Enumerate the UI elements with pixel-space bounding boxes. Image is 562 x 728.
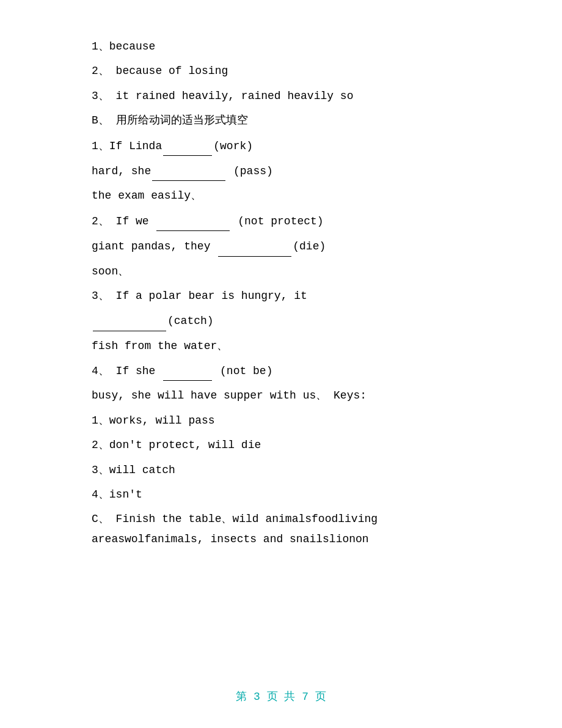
section-b-item-4-cont: busy, she will have supper with us、 Keys… bbox=[92, 386, 470, 405]
key4-text: isn't bbox=[109, 488, 142, 501]
blank-b2-1 bbox=[156, 211, 230, 231]
section-b-item-3: 3、 If a polar bear is hungry, it bbox=[92, 286, 470, 306]
b3-number: 3、 bbox=[92, 290, 109, 302]
section-c-title: C、 Finish the table、wild animalsfoodlivi… bbox=[92, 513, 378, 545]
item-text: because bbox=[109, 40, 156, 53]
section-b-title: B、 用所给动词的适当形式填空 bbox=[92, 111, 470, 130]
item-number: 1、 bbox=[92, 40, 109, 53]
section-b-item-2-cont2: soon、 bbox=[92, 262, 470, 281]
section-a-item-2: 2、 because of losing bbox=[92, 61, 470, 81]
section-a-item-1: 1、because bbox=[92, 37, 470, 56]
key-3: 3、will catch bbox=[92, 460, 470, 480]
item-text: it rained heavily, rained heavily so bbox=[109, 90, 354, 102]
item-number: 3、 bbox=[92, 90, 109, 102]
item-text: because of losing bbox=[109, 65, 228, 77]
b1-number: 1、 bbox=[92, 140, 109, 152]
section-b-item-1-cont2: the exam easily、 bbox=[92, 186, 470, 205]
section-b-item-2: 2、 If we (not protect) bbox=[92, 211, 470, 231]
key4-number: 4、 bbox=[92, 488, 109, 501]
b2-number: 2、 bbox=[92, 215, 109, 227]
key2-text: don't protect, will die bbox=[109, 439, 261, 451]
section-b-item-2-cont: giant pandas, they (die) bbox=[92, 236, 470, 256]
section-b-item-3-cont2: fish from the water、 bbox=[92, 336, 470, 356]
section-b-item-1: 1、If Linda (work) bbox=[92, 136, 470, 156]
blank-b4-1 bbox=[163, 361, 212, 381]
key2-number: 2、 bbox=[92, 439, 109, 451]
section-b-item-1-cont: hard, she (pass) bbox=[92, 161, 470, 181]
key-2: 2、don't protect, will die bbox=[92, 435, 470, 455]
blank-b1-2 bbox=[152, 161, 225, 181]
section-b-item-4: 4、 If she (not be) bbox=[92, 361, 470, 381]
page-footer: 第 3 页 共 7 页 bbox=[0, 689, 562, 704]
key-4: 4、isn't bbox=[92, 485, 470, 504]
blank-b2-2 bbox=[218, 236, 291, 256]
section-b-item-3-cont: (catch) bbox=[92, 311, 470, 331]
item-number: 2、 bbox=[92, 65, 109, 77]
page-content: 1、because 2、 because of losing 3、 it rai… bbox=[0, 0, 562, 603]
b4-number: 4、 bbox=[92, 365, 109, 377]
key1-text: works, will pass bbox=[109, 414, 215, 427]
key-1: 1、works, will pass bbox=[92, 411, 470, 430]
key3-number: 3、 bbox=[92, 464, 109, 476]
blank-b3-1 bbox=[93, 311, 166, 331]
key1-number: 1、 bbox=[92, 414, 109, 427]
blank-b1-1 bbox=[163, 136, 212, 156]
section-a-item-3: 3、 it rained heavily, rained heavily so bbox=[92, 86, 470, 106]
footer-text: 第 3 页 共 7 页 bbox=[236, 691, 326, 703]
key3-text: will catch bbox=[109, 464, 175, 476]
section-c: C、 Finish the table、wild animalsfoodlivi… bbox=[92, 509, 470, 549]
